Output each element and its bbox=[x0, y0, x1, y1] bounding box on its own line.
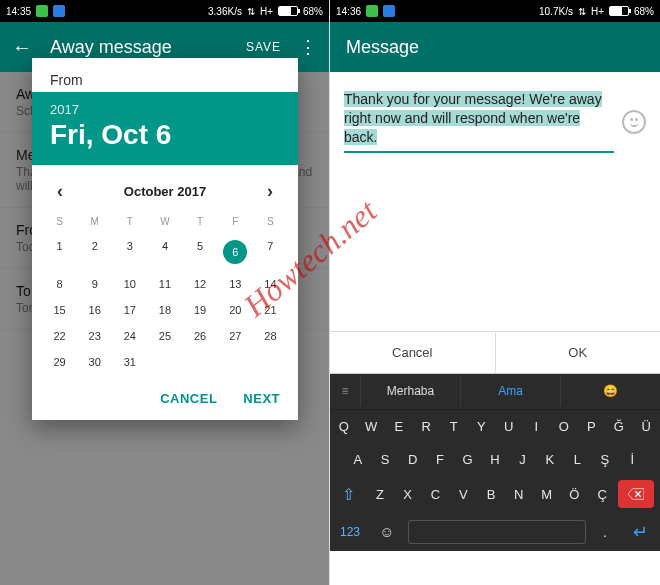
key[interactable]: F bbox=[426, 443, 453, 476]
space-key[interactable] bbox=[408, 520, 586, 544]
key[interactable]: D bbox=[399, 443, 426, 476]
calendar-day[interactable]: 14 bbox=[253, 271, 288, 297]
calendar-day[interactable]: 21 bbox=[253, 297, 288, 323]
calendar-day[interactable]: 12 bbox=[183, 271, 218, 297]
message-input[interactable]: Thank you for your message! We're away r… bbox=[344, 90, 614, 153]
key[interactable]: S bbox=[371, 443, 398, 476]
calendar-day[interactable]: 15 bbox=[42, 297, 77, 323]
emoji-icon[interactable] bbox=[622, 110, 646, 134]
key[interactable]: İ bbox=[619, 443, 646, 476]
calendar-day[interactable]: 11 bbox=[147, 271, 182, 297]
key[interactable]: C bbox=[422, 478, 450, 511]
key[interactable]: E bbox=[385, 410, 413, 443]
backspace-key[interactable] bbox=[618, 480, 654, 508]
status-time: 14:36 bbox=[336, 6, 361, 17]
next-button[interactable]: NEXT bbox=[243, 391, 280, 406]
battery-icon bbox=[609, 6, 629, 16]
next-month-icon[interactable]: › bbox=[260, 181, 280, 202]
emoji-key[interactable]: ☺ bbox=[370, 523, 404, 540]
calendar-day[interactable]: 17 bbox=[112, 297, 147, 323]
right-screenshot: 14:36 10.7K/s ⇅ H+ 68% Message Thank you… bbox=[330, 0, 660, 585]
key[interactable]: T bbox=[440, 410, 468, 443]
key[interactable]: I bbox=[523, 410, 551, 443]
selected-date[interactable]: Fri, Oct 6 bbox=[50, 119, 280, 151]
calendar-day[interactable]: 4 bbox=[147, 233, 182, 271]
key[interactable]: Ö bbox=[560, 478, 588, 511]
key[interactable]: V bbox=[449, 478, 477, 511]
key[interactable]: J bbox=[509, 443, 536, 476]
left-screenshot: 14:35 3.36K/s ⇅ H+ 68% ← Away message SA… bbox=[0, 0, 330, 585]
enter-key[interactable]: ↵ bbox=[620, 521, 660, 543]
suggestion[interactable]: 😄 bbox=[560, 376, 660, 406]
key[interactable]: W bbox=[358, 410, 386, 443]
month-label: October 2017 bbox=[124, 184, 206, 199]
notif-icon bbox=[366, 5, 378, 17]
calendar-day[interactable]: 9 bbox=[77, 271, 112, 297]
key[interactable]: Ş bbox=[591, 443, 618, 476]
key[interactable]: Ğ bbox=[605, 410, 633, 443]
calendar-day[interactable]: 10 bbox=[112, 271, 147, 297]
more-icon[interactable]: ⋮ bbox=[299, 36, 317, 58]
calendar-day[interactable]: 16 bbox=[77, 297, 112, 323]
dialog-actions: Cancel OK bbox=[330, 331, 660, 374]
calendar-day[interactable]: 19 bbox=[183, 297, 218, 323]
calendar-day[interactable]: 3 bbox=[112, 233, 147, 271]
key[interactable]: X bbox=[394, 478, 422, 511]
net-type: H+ bbox=[260, 6, 273, 17]
calendar-day[interactable]: 24 bbox=[112, 323, 147, 349]
key[interactable]: B bbox=[477, 478, 505, 511]
cancel-button[interactable]: CANCEL bbox=[160, 391, 217, 406]
suggestion[interactable]: Merhaba bbox=[360, 376, 460, 406]
calendar-day[interactable]: 2 bbox=[77, 233, 112, 271]
period-key[interactable]: . bbox=[590, 523, 620, 540]
dow-label: T bbox=[183, 210, 218, 233]
calendar-day[interactable]: 20 bbox=[218, 297, 253, 323]
suggestion[interactable]: Ama bbox=[460, 376, 560, 406]
key[interactable]: Z bbox=[366, 478, 394, 511]
key[interactable]: O bbox=[550, 410, 578, 443]
key[interactable]: R bbox=[413, 410, 441, 443]
calendar-day[interactable]: 5 bbox=[183, 233, 218, 271]
calendar-day[interactable]: 31 bbox=[112, 349, 147, 375]
key[interactable]: U bbox=[495, 410, 523, 443]
save-button[interactable]: SAVE bbox=[246, 40, 281, 54]
key[interactable]: K bbox=[536, 443, 563, 476]
calendar-day[interactable]: 26 bbox=[183, 323, 218, 349]
calendar-day[interactable]: 7 bbox=[253, 233, 288, 271]
calendar-day[interactable]: 22 bbox=[42, 323, 77, 349]
calendar-day[interactable]: 1 bbox=[42, 233, 77, 271]
battery-icon bbox=[278, 6, 298, 16]
calendar-day[interactable]: 6 bbox=[218, 233, 253, 271]
calendar-day[interactable]: 28 bbox=[253, 323, 288, 349]
key[interactable]: Y bbox=[468, 410, 496, 443]
key[interactable]: H bbox=[481, 443, 508, 476]
key[interactable]: Ç bbox=[588, 478, 616, 511]
notif-icon bbox=[383, 5, 395, 17]
calendar-day[interactable]: 29 bbox=[42, 349, 77, 375]
key[interactable]: L bbox=[564, 443, 591, 476]
ok-button[interactable]: OK bbox=[496, 332, 661, 373]
dow-label: W bbox=[147, 210, 182, 233]
key[interactable]: N bbox=[505, 478, 533, 511]
keyboard-menu-icon[interactable]: ≡ bbox=[330, 384, 360, 398]
calendar-day[interactable]: 30 bbox=[77, 349, 112, 375]
prev-month-icon[interactable]: ‹ bbox=[50, 181, 70, 202]
key[interactable]: G bbox=[454, 443, 481, 476]
key[interactable]: Ü bbox=[633, 410, 661, 443]
calendar-day[interactable]: 27 bbox=[218, 323, 253, 349]
cancel-button[interactable]: Cancel bbox=[330, 332, 496, 373]
key[interactable]: P bbox=[578, 410, 606, 443]
calendar-day[interactable]: 8 bbox=[42, 271, 77, 297]
key[interactable]: A bbox=[344, 443, 371, 476]
key[interactable]: Q bbox=[330, 410, 358, 443]
dialog-label: From bbox=[32, 58, 298, 92]
calendar-day[interactable]: 23 bbox=[77, 323, 112, 349]
back-icon[interactable]: ← bbox=[12, 36, 32, 59]
year-label[interactable]: 2017 bbox=[50, 102, 280, 117]
calendar-day[interactable]: 18 bbox=[147, 297, 182, 323]
calendar-day[interactable]: 25 bbox=[147, 323, 182, 349]
shift-key[interactable]: ⇧ bbox=[330, 476, 366, 513]
key[interactable]: M bbox=[533, 478, 561, 511]
numbers-key[interactable]: 123 bbox=[330, 525, 370, 539]
calendar-day[interactable]: 13 bbox=[218, 271, 253, 297]
